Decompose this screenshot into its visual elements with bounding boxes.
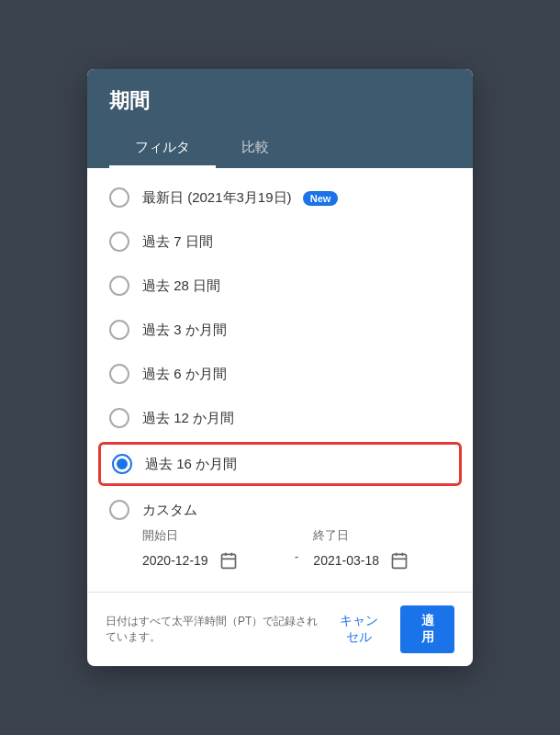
option-12months-label: 過去 12 か月間 [142,410,234,427]
option-latest[interactable]: 最新日 (2021年3月19日) New [87,175,473,220]
option-custom[interactable]: カスタム [87,488,473,524]
modal-body: 最新日 (2021年3月19日) New 過去 7 日間 過去 28 日間 過去… [87,168,473,592]
tab-compare[interactable]: 比較 [216,130,295,168]
radio-latest [109,187,129,208]
svg-rect-4 [392,554,406,568]
radio-7days [109,232,129,252]
new-badge: New [303,191,339,206]
start-date-group: 開始日 2020-12-19 [142,527,280,570]
end-date-label: 終了日 [313,527,451,544]
option-16months[interactable]: 過去 16 か月間 [98,442,462,486]
option-12months[interactable]: 過去 12 か月間 [87,396,473,440]
radio-16months-dot [117,458,128,469]
radio-16months [112,454,132,474]
option-6months-label: 過去 6 か月間 [142,366,227,383]
option-28days-label: 過去 28 日間 [142,277,220,295]
start-date-value: 2020-12-19 [142,553,208,568]
modal-header: 期間 フィルタ 比較 [87,69,473,168]
end-date-value: 2021-03-18 [313,553,379,568]
option-6months[interactable]: 過去 6 か月間 [87,352,473,396]
start-calendar-icon[interactable] [219,551,238,570]
date-separator: - [295,527,299,564]
radio-6months [109,364,129,384]
radio-custom [109,500,129,520]
end-calendar-icon[interactable] [390,551,409,570]
radio-12months [109,408,129,428]
option-custom-label: カスタム [142,502,197,519]
footer-buttons: キャンセル 適用 [324,605,454,653]
tab-bar: フィルタ 比較 [109,130,451,168]
option-16months-label: 過去 16 か月間 [145,456,237,473]
start-date-row: 2020-12-19 [142,551,280,570]
end-date-group: 終了日 2021-03-18 [313,527,451,570]
option-7days[interactable]: 過去 7 日間 [87,220,473,264]
option-7days-label: 過去 7 日間 [142,233,213,251]
radio-28days [109,276,129,296]
start-date-label: 開始日 [142,527,280,544]
cancel-button[interactable]: キャンセル [324,605,393,653]
option-3months[interactable]: 過去 3 か月間 [87,308,473,352]
custom-date-section: 開始日 2020-12-19 - 終了日 [87,524,473,584]
option-latest-label: 最新日 (2021年3月19日) New [142,189,338,207]
modal-title: 期間 [109,87,451,115]
radio-3months [109,320,129,340]
end-date-row: 2021-03-18 [313,551,451,570]
option-28days[interactable]: 過去 28 日間 [87,264,473,308]
footer-note: 日付はすべて太平洋時間（PT）で記録されています。 [106,614,324,645]
modal-dialog: 期間 フィルタ 比較 最新日 (2021年3月19日) New 過去 7 日間 … [87,69,473,666]
option-3months-label: 過去 3 か月間 [142,322,227,339]
apply-button[interactable]: 適用 [400,605,454,653]
tab-filter[interactable]: フィルタ [109,130,216,168]
modal-footer: 日付はすべて太平洋時間（PT）で記録されています。 キャンセル 適用 [87,592,473,666]
svg-rect-0 [221,554,235,568]
